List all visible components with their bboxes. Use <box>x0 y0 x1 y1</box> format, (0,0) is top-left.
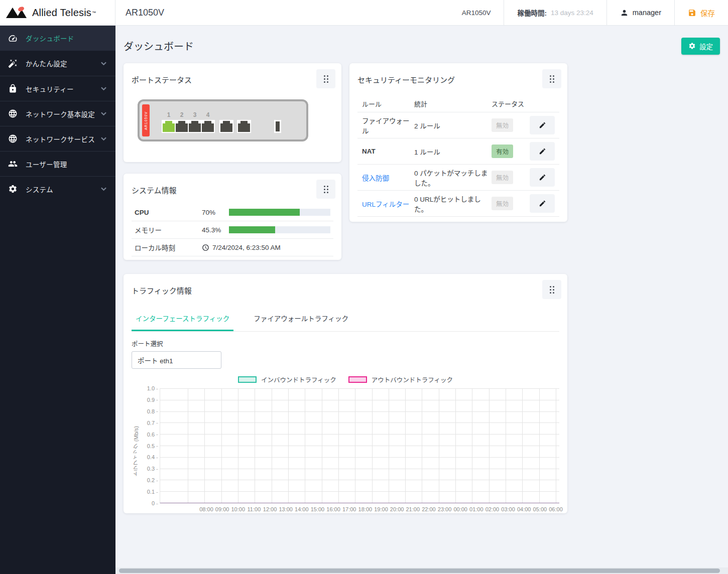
rule-actions <box>530 142 555 161</box>
traffic-tabs: インターフェーストラフィックファイアウォールトラフィック <box>132 306 559 332</box>
security-row-1: NAT1 ルール有効 <box>357 138 559 165</box>
y-tick-label: 0.7 <box>147 420 158 426</box>
h-gridline <box>160 446 559 446</box>
sidebar-item-user-management[interactable]: ユーザー管理 <box>0 151 115 176</box>
traffic-info-title: トラフィック情報 <box>132 282 192 296</box>
sidebar-item-label: かんたん設定 <box>26 58 101 68</box>
h-gridline <box>160 469 559 469</box>
edit-rule-button[interactable] <box>530 168 555 187</box>
sidebar-item-system[interactable]: システム <box>0 176 115 201</box>
rule-actions <box>530 194 555 213</box>
sidebar-item-security[interactable]: セキュリティー <box>0 76 115 101</box>
port-2-down <box>176 123 188 132</box>
settings-button[interactable]: 設定 <box>681 38 720 55</box>
brand-trademark: ™ <box>92 11 96 15</box>
edit-rule-button[interactable] <box>530 116 555 134</box>
col-header-stat: 統計 <box>414 99 492 108</box>
x-tick-label: 00:00 <box>453 506 467 512</box>
tab-firewall-traffic[interactable]: ファイアウォールトラフィック <box>250 306 352 331</box>
card-head: トラフィック情報 <box>132 282 559 299</box>
card-head: ポートステータス <box>132 71 333 88</box>
security-row-2: 侵入防御0 パケットがマッチしました。無効 <box>357 165 559 191</box>
chart-legend: インバウンドトラフィックアウトバウンドトラフィック <box>132 375 559 384</box>
settings-button-label: 設定 <box>699 41 713 51</box>
x-tick-label: 19:00 <box>374 506 388 512</box>
rule-actions <box>530 168 555 187</box>
horizontal-scrollbar-thumb[interactable] <box>119 568 720 573</box>
sidebar-item-label: セキュリティー <box>26 84 101 94</box>
rule-name[interactable]: 侵入防御 <box>362 173 414 183</box>
memory-value: 45.3% <box>202 226 227 234</box>
port-1-up <box>163 123 175 132</box>
security-row-3: URLフィルター0 URLがヒットしました。無効 <box>357 191 559 217</box>
security-table-header: ルール 統計 ステータス <box>357 95 559 112</box>
cpu-label: CPU <box>135 209 202 216</box>
y-tick-label: 0.8 <box>147 408 158 414</box>
uptime: 稼働時間: 13 days 23:24 <box>504 0 606 25</box>
allied-telesis-logo-icon <box>6 6 29 19</box>
drag-handle-icon[interactable] <box>316 180 335 199</box>
x-tick-label: 04:00 <box>517 506 531 512</box>
edit-rule-button[interactable] <box>530 142 555 161</box>
plot-area <box>160 388 559 503</box>
port-status-card: ポートステータス AR1050V 1234 <box>124 63 341 162</box>
lan-port-numbers: 1234 <box>162 111 215 120</box>
pencil-icon <box>539 148 546 155</box>
rule-name[interactable]: URLフィルター <box>362 199 414 209</box>
chevron-down-icon <box>101 186 106 192</box>
x-tick-label: 12:00 <box>263 506 277 512</box>
save-button[interactable]: 保存 <box>674 0 728 25</box>
app-root: Allied Telesis ™ AR1050V AR1050V 稼働時間: 1… <box>0 0 728 574</box>
console-port-slot <box>276 121 280 131</box>
sidebar-item-easy-setup[interactable]: かんたん設定 <box>0 51 115 76</box>
h-gridline <box>160 400 559 400</box>
console-port <box>274 120 281 133</box>
sidebar-item-dashboard[interactable]: ダッシュボード <box>0 26 115 51</box>
edit-rule-button[interactable] <box>530 194 555 213</box>
y-tick-label: 0.9 <box>147 397 158 403</box>
h-gridline <box>160 422 559 423</box>
gear-icon <box>8 184 18 194</box>
drag-handle-icon[interactable] <box>316 69 335 88</box>
memory-progress-track <box>229 226 330 233</box>
drag-handle-icon[interactable] <box>542 69 561 88</box>
y-tick-label: 0 <box>152 500 158 506</box>
lock-icon <box>8 84 18 93</box>
col-header-rule: ルール <box>362 99 414 108</box>
rule-actions <box>530 116 555 134</box>
x-tick-label: 21:00 <box>406 506 420 512</box>
h-gridline <box>160 491 559 492</box>
x-tick-label: 02:00 <box>486 506 500 512</box>
brand-name: Allied Telesis <box>32 7 91 19</box>
port-down <box>238 123 250 132</box>
main-body: ダッシュボードかんたん設定セキュリティーネットワーク基本設定ネットワークサービス… <box>0 26 728 574</box>
x-tick-label: 23:00 <box>438 506 452 512</box>
cpu-value: 70% <box>202 209 227 216</box>
sidebar-item-network-services[interactable]: ネットワークサービス <box>0 126 115 151</box>
chevron-down-icon <box>101 86 106 91</box>
x-tick-label: 15:00 <box>311 506 325 512</box>
port-select[interactable]: ポート eth1 <box>132 351 221 369</box>
security-table-rows: ファイアウォール2 ルール無効NAT1 ルール有効侵入防御0 パケットがマッチし… <box>357 112 559 217</box>
sidebar-item-network-basic[interactable]: ネットワーク基本設定 <box>0 101 115 126</box>
local-time-label: ローカル時刻 <box>135 242 202 252</box>
card-head: システム情報 <box>132 182 333 199</box>
x-tick-label: 10:00 <box>231 506 246 512</box>
uptime-value: 13 days 23:24 <box>551 9 593 17</box>
drag-handle-icon[interactable] <box>542 280 561 299</box>
topbar-right: AR1050V 稼働時間: 13 days 23:24 manager 保存 <box>449 0 728 25</box>
horizontal-scrollbar-track <box>115 567 728 574</box>
port-box <box>219 120 233 133</box>
user-menu[interactable]: manager <box>606 0 674 25</box>
status-badge: 有効 <box>492 145 513 158</box>
y-axis-ticks: 1.00.90.80.70.60.50.40.30.20.10 <box>141 388 160 503</box>
y-tick-label: 0.5 <box>147 443 158 449</box>
tab-interface-traffic[interactable]: インターフェーストラフィック <box>132 306 233 331</box>
port-status-title: ポートステータス <box>132 71 192 85</box>
legend-item-inbound: インバウンドトラフィック <box>238 375 336 384</box>
x-tick-label: 20:00 <box>390 506 404 512</box>
port-4-down <box>202 123 214 132</box>
x-tick-label: 11:00 <box>248 506 261 512</box>
page-head: ダッシュボード 設定 <box>124 26 720 63</box>
port-number: 1 <box>163 111 175 120</box>
